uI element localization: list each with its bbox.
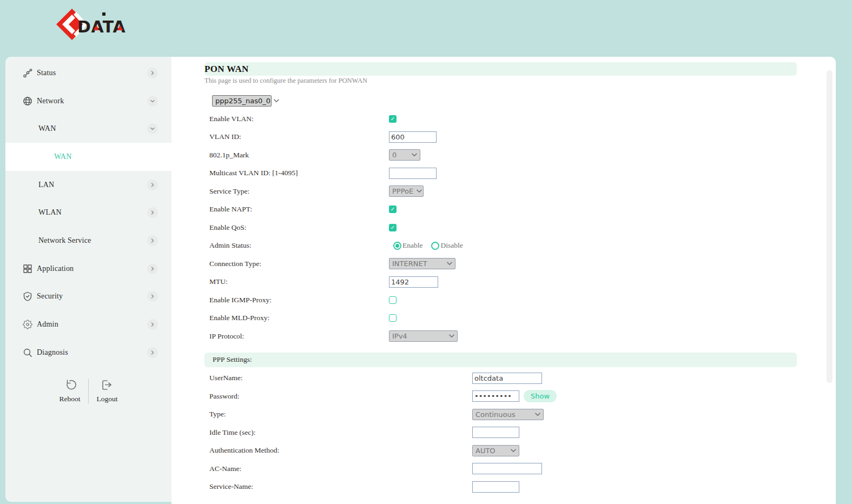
form-row: UserName: (171, 369, 836, 388)
service-name-input[interactable] (472, 481, 519, 493)
enable-mld-proxy-checkbox[interactable] (389, 314, 397, 322)
field-label: Enable VLAN: (209, 115, 389, 123)
chevron-right-icon[interactable] (147, 68, 158, 78)
logout-label: Logout (97, 395, 118, 403)
radio-label: Enable (402, 241, 422, 250)
sidebar-item-application[interactable]: Application (5, 255, 171, 283)
sidebar-item-admin[interactable]: Admin (5, 310, 171, 339)
authentication-method-select[interactable]: AUTO (472, 445, 519, 456)
chevron-right-icon[interactable] (147, 263, 158, 274)
chevron-down-icon (274, 99, 279, 103)
sidebar-item-network[interactable]: Network (5, 87, 171, 115)
chevron-right-icon[interactable] (147, 235, 158, 246)
field-label: MTU: (209, 277, 389, 286)
sidebar-item-wan-group[interactable]: WAN (5, 115, 171, 143)
dot1p-mark-select[interactable]: 0 (389, 149, 420, 161)
show-password-button[interactable]: Show (524, 390, 557, 402)
magnifier-icon (23, 348, 32, 357)
reboot-label: Reboot (60, 395, 81, 403)
ip-protocol-select[interactable]: IPv4 (389, 330, 458, 342)
field-label: Service Type: (209, 187, 389, 196)
form-row: Enable NAPT: ✓ (171, 201, 836, 219)
form-row: MTU: (171, 273, 836, 291)
globe-icon (23, 96, 32, 106)
check-icon: ✓ (391, 225, 395, 230)
sidebar: Status Network WAN WAN (5, 57, 171, 502)
sidebar-item-label: Security (37, 292, 63, 301)
chevron-down-icon (412, 153, 417, 157)
form-row: Enable VLAN: ✓ (171, 110, 836, 128)
logout-icon (101, 379, 114, 394)
chevron-down-icon[interactable] (147, 123, 158, 134)
vlan-id-input[interactable] (389, 131, 437, 143)
form-row: VLAN ID: (171, 128, 836, 147)
page-subtitle: This page is used to configure the param… (204, 77, 836, 86)
field-label: UserName: (209, 374, 472, 382)
reboot-button[interactable]: Reboot (52, 379, 88, 403)
service-type-select[interactable]: PPPoE (389, 185, 424, 197)
chevron-right-icon[interactable] (147, 347, 158, 358)
logo-wordmark: DATA (77, 17, 126, 36)
sidebar-item-security[interactable]: Security (5, 283, 171, 311)
chevron-right-icon[interactable] (147, 291, 158, 302)
enable-vlan-checkbox[interactable]: ✓ (389, 115, 397, 123)
sidebar-item-label: Status (37, 69, 56, 77)
ppp-settings-band: PPP Settings: (204, 353, 797, 367)
password-input[interactable] (472, 390, 519, 402)
power-controls: Reboot Logout (5, 379, 171, 403)
chevron-right-icon[interactable] (147, 180, 158, 190)
field-label: Multicast VLAN ID: [1-4095] (209, 169, 389, 177)
form-row: Service Type: PPPoE (171, 182, 836, 201)
gear-icon (23, 320, 32, 329)
wan-interface-value: ppp255_nas0_0 (215, 97, 270, 105)
chevron-right-icon[interactable] (147, 207, 158, 218)
sidebar-item-label: WAN (54, 152, 71, 161)
field-label: IP Protocol: (209, 332, 389, 341)
reboot-icon (63, 379, 76, 394)
form-row: Authentication Method: AUTO (171, 442, 836, 460)
logout-button[interactable]: Logout (89, 379, 125, 403)
chevron-right-icon[interactable] (147, 319, 158, 330)
field-label: Connection Type: (209, 260, 389, 268)
check-icon: ✓ (391, 207, 395, 212)
field-label: AC-Name: (209, 465, 472, 473)
wan-form: Enable VLAN: ✓ VLAN ID: 802.1p_Mark 0 Mu… (171, 110, 836, 346)
connection-type-select[interactable]: INTERNET (389, 258, 455, 269)
mtu-input[interactable] (389, 276, 438, 288)
field-label: Service-Name: (209, 482, 472, 491)
form-row: Enable IGMP-Proxy: (171, 291, 836, 309)
sidebar-item-label: WLAN (38, 208, 62, 217)
scrollbar-thumb[interactable] (827, 70, 833, 383)
ppp-type-select[interactable]: Continuous (472, 409, 544, 420)
sidebar-item-wlan[interactable]: WLAN (5, 198, 171, 227)
field-label: Enable NAPT: (209, 205, 389, 214)
enable-napt-checkbox[interactable]: ✓ (389, 205, 397, 213)
divider (88, 379, 89, 403)
sidebar-item-label: Admin (37, 320, 58, 329)
admin-status-disable-radio[interactable] (431, 242, 439, 250)
sidebar-item-label: Network (37, 97, 64, 105)
multicast-vlan-id-input[interactable] (389, 168, 437, 179)
page-title: PON WAN (204, 64, 249, 75)
activity-icon (23, 68, 32, 78)
username-input[interactable] (472, 373, 542, 384)
sidebar-item-diagnosis[interactable]: Diagnosis (5, 339, 171, 367)
shield-icon (23, 291, 32, 301)
service-type-value: PPPoE (392, 187, 413, 195)
sidebar-item-label: Diagnosis (37, 348, 68, 357)
enable-igmp-proxy-checkbox[interactable] (389, 296, 397, 304)
chevron-down-icon[interactable] (147, 96, 158, 107)
grid-icon (23, 264, 32, 274)
sidebar-item-wan-active[interactable]: WAN (5, 143, 171, 171)
wan-interface-select[interactable]: ppp255_nas0_0 (212, 95, 272, 107)
enable-qos-checkbox[interactable]: ✓ (389, 224, 397, 231)
sidebar-item-lan[interactable]: LAN (5, 171, 171, 199)
sidebar-item-network-service[interactable]: Network Service (5, 227, 171, 255)
ppp-type-value: Continuous (475, 410, 515, 419)
ac-name-input[interactable] (472, 463, 542, 474)
sidebar-item-status[interactable]: Status (5, 59, 171, 87)
form-row: Multicast VLAN ID: [1-4095] (171, 164, 836, 183)
field-label: 802.1p_Mark (209, 151, 389, 160)
admin-status-enable-radio[interactable] (393, 242, 401, 250)
idle-time-input[interactable] (472, 427, 519, 438)
